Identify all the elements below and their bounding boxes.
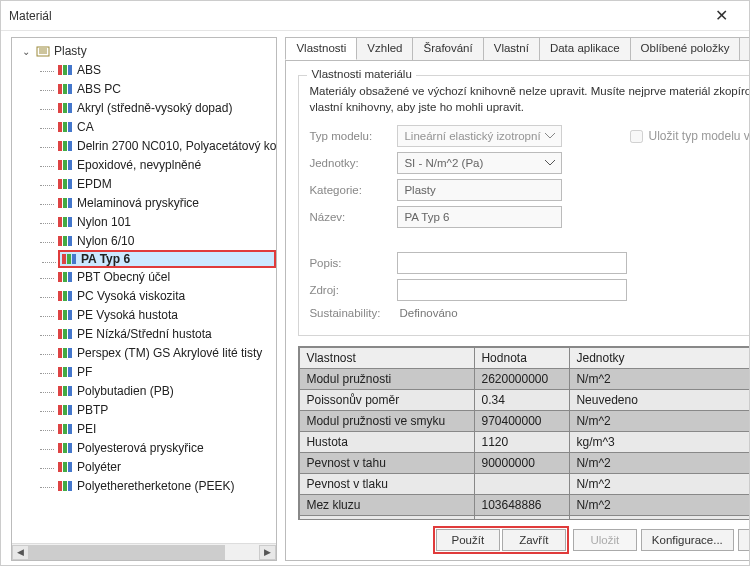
source-field[interactable] [397, 279, 627, 301]
tree-item[interactable]: Perspex (TM) GS Akrylové lité tisty [58, 344, 276, 362]
tree-item[interactable]: Akryl (středně-vysoký dopad) [58, 99, 276, 117]
tree-item[interactable]: EPDM [58, 175, 276, 193]
material-icon [58, 179, 72, 189]
tree-item[interactable]: Nylon 101 [58, 213, 276, 231]
table-row[interactable]: Pevnost v tlakuN/m^2 [300, 474, 750, 495]
tab-šrafování[interactable]: Šrafování [412, 37, 483, 60]
properties-table: Vlastnost Hodnota Jednotky Modul pružnos… [298, 346, 750, 520]
tree-item-label: PBT Obecný účel [77, 270, 170, 284]
help-button[interactable]: Nápověda [738, 529, 750, 551]
svg-rect-29 [63, 217, 67, 227]
svg-rect-71 [63, 481, 67, 491]
cell-value[interactable]: 2620000000 [475, 369, 570, 390]
tree-item[interactable]: Epoxidové, nevyplněné [58, 156, 276, 174]
tree-item[interactable]: PA Typ 6 [58, 250, 276, 268]
svg-rect-35 [67, 254, 71, 264]
tree-item[interactable]: Delrin 2700 NC010, Polyacetátový ko [58, 137, 276, 155]
scroll-left-icon[interactable]: ◀ [12, 545, 29, 560]
table-row[interactable]: Modul pružnosti ve smyku970400000N/m^2 [300, 411, 750, 432]
cell-value[interactable]: 90000000 [475, 453, 570, 474]
tree-item-label: PE Nízká/Střední hustota [77, 327, 212, 341]
material-icon [58, 367, 72, 377]
tree-item[interactable]: Nylon 6/10 [58, 232, 276, 250]
tab-vlastnosti[interactable]: Vlastnosti [285, 37, 357, 60]
units-select[interactable]: SI - N/m^2 (Pa) [397, 152, 562, 174]
tree-item[interactable]: ABS [58, 61, 276, 79]
svg-rect-24 [68, 179, 72, 189]
svg-rect-11 [63, 103, 67, 113]
cell-property: Modul pružnosti [300, 369, 475, 390]
category-field[interactable] [397, 179, 562, 201]
tab-vzhled[interactable]: Vzhled [356, 37, 413, 60]
cell-value[interactable]: 1120 [475, 432, 570, 453]
svg-rect-14 [63, 122, 67, 132]
model-type-select[interactable]: Lineární elastický izotropní [397, 125, 562, 147]
tree-item[interactable]: Polyesterová pryskyřice [58, 439, 276, 457]
desc-field[interactable] [397, 252, 627, 274]
material-icon [58, 329, 72, 339]
close-icon[interactable]: ✕ [701, 2, 741, 30]
table-row[interactable]: Modul pružnosti2620000000N/m^2 [300, 369, 750, 390]
tree-item[interactable]: CA [58, 118, 276, 136]
config-button[interactable]: Konfigurace... [641, 529, 734, 551]
tree-item[interactable]: PBT Obecný účel [58, 268, 276, 286]
tree-item[interactable]: PBTP [58, 401, 276, 419]
tree-root[interactable]: ⌄ Plasty [16, 42, 276, 60]
tab-oblíbené položky[interactable]: Oblíbené položky [630, 37, 741, 60]
apply-button[interactable]: Použít [436, 529, 500, 551]
col-units[interactable]: Jednotky [570, 348, 750, 369]
tab-vlastní[interactable]: Vlastní [483, 37, 540, 60]
tree-item[interactable]: Polybutadien (PB) [58, 382, 276, 400]
cell-value[interactable]: 970400000 [475, 411, 570, 432]
svg-rect-15 [68, 122, 72, 132]
tab-data aplikace[interactable]: Data aplikace [539, 37, 631, 60]
cell-property: Poissonův poměr [300, 390, 475, 411]
name-field[interactable] [397, 206, 562, 228]
svg-rect-6 [68, 65, 72, 75]
cell-value[interactable]: 0.34 [475, 390, 570, 411]
tab-plech[interactable]: Plech [739, 37, 750, 60]
svg-rect-72 [68, 481, 72, 491]
col-property[interactable]: Vlastnost [300, 348, 475, 369]
material-icon [58, 443, 72, 453]
svg-rect-68 [63, 462, 67, 472]
scroll-thumb[interactable] [29, 545, 225, 560]
tree-item[interactable]: PE Vysoká hustota [58, 306, 276, 324]
scroll-right-icon[interactable]: ▶ [259, 545, 276, 560]
tree-item-label: Polybutadien (PB) [77, 384, 174, 398]
tree-item[interactable]: Melaminová pryskyřice [58, 194, 276, 212]
tree-item[interactable]: Polyetheretherketone (PEEK) [58, 477, 276, 495]
tree-item-label: PEI [77, 422, 96, 436]
tree-item[interactable]: PC Vysoká viskozita [58, 287, 276, 305]
svg-rect-18 [68, 141, 72, 151]
table-row[interactable]: Poissonův poměr0.34Neuvedeno [300, 390, 750, 411]
tree-item[interactable]: Polyéter [58, 458, 276, 476]
cell-units: kg/m^3 [570, 432, 750, 453]
h-scrollbar[interactable]: ◀ ▶ [12, 543, 276, 560]
tree-item-label: Polyéter [77, 460, 121, 474]
svg-rect-63 [68, 424, 72, 434]
tree-item[interactable]: ABS PC [58, 80, 276, 98]
close-button[interactable]: Zavřít [502, 529, 566, 551]
tree-item[interactable]: PE Nízká/Střední hustota [58, 325, 276, 343]
collapse-icon[interactable]: ⌄ [22, 46, 30, 57]
table-row[interactable]: Pevnost v tahu90000000N/m^2 [300, 453, 750, 474]
svg-rect-5 [63, 65, 67, 75]
save-model-checkbox[interactable]: Uložit typ modelu v knihovně [630, 129, 750, 143]
scroll-track[interactable] [29, 545, 259, 560]
col-value[interactable]: Hodnota [475, 348, 570, 369]
tree: ⌄ Plasty ABSABS PCAkryl (středně-vysoký … [12, 38, 276, 543]
tree-item-label: Epoxidové, nevyplněné [77, 158, 201, 172]
material-icon [58, 291, 72, 301]
cell-value[interactable]: 103648886 [475, 495, 570, 516]
svg-rect-13 [58, 122, 62, 132]
tree-item[interactable]: PF [58, 363, 276, 381]
svg-rect-52 [58, 367, 62, 377]
save-button[interactable]: Uložit [573, 529, 637, 551]
cell-value[interactable] [475, 474, 570, 495]
table-row[interactable]: Hustota1120kg/m^3 [300, 432, 750, 453]
label-units: Jednotky: [309, 157, 397, 169]
svg-rect-67 [58, 462, 62, 472]
tree-item[interactable]: PEI [58, 420, 276, 438]
table-row[interactable]: Mez kluzu103648886N/m^2 [300, 495, 750, 516]
